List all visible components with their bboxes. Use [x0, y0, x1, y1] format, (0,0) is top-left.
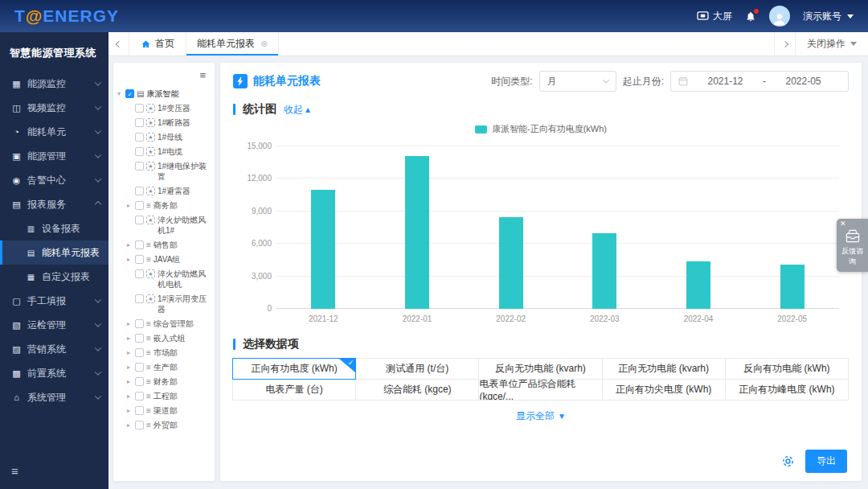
data-item-meter-unit-comprehensive[interactable]: 电表单位产品综合能耗 (kgce/...: [478, 379, 602, 401]
sidebar-item-video-monitor[interactable]: ◫视频监控: [0, 96, 108, 120]
tree-node[interactable]: ▸≡渠道部: [117, 403, 212, 417]
tree-checkbox[interactable]: [135, 201, 144, 210]
data-item-reverse-active-energy[interactable]: 反向有功电能 (kWh): [725, 358, 849, 380]
expander-closed-icon[interactable]: ▸: [127, 254, 135, 265]
settings-button[interactable]: [781, 454, 795, 468]
expander-closed-icon[interactable]: ▸: [127, 318, 135, 329]
tree-node[interactable]: ▸≡工程部: [117, 388, 212, 403]
expander-closed-icon[interactable]: ▸: [127, 347, 135, 358]
tree-checkbox[interactable]: [135, 319, 144, 328]
tree-node[interactable]: ★1#继电保护装置: [117, 158, 212, 183]
data-item-forward-active-energy[interactable]: 正向有功电度 (kWh)✓: [232, 358, 356, 380]
collapse-chart-button[interactable]: 收起▴: [284, 103, 310, 117]
expander-closed-icon[interactable]: ▸: [127, 405, 135, 416]
tree-checkbox[interactable]: [135, 118, 144, 127]
data-item-forward-active-sharp[interactable]: 正向有功尖电度 (kWh): [602, 379, 726, 401]
sidebar-item-energy-unit[interactable]: ◔能耗单元: [0, 120, 108, 144]
tree-checkbox[interactable]: [135, 363, 144, 372]
expander-closed-icon[interactable]: ▸: [127, 391, 135, 401]
tab-energy-unit-report[interactable]: 能耗单元报表 ⊗: [186, 32, 279, 55]
data-item-comprehensive-energy[interactable]: 综合能耗 (kgce): [355, 379, 479, 401]
sidebar-collapse-button[interactable]: ≡: [0, 456, 108, 489]
tab-home[interactable]: 首页: [129, 32, 186, 55]
range-start-value[interactable]: 2021-12: [688, 76, 763, 87]
tree-checkbox[interactable]: [135, 294, 144, 303]
tree-checkbox[interactable]: [135, 162, 144, 171]
tree-node[interactable]: ▸≡外贸部: [117, 417, 212, 432]
tree-node[interactable]: ▸≡商务部: [117, 198, 212, 212]
tree-checkbox[interactable]: [135, 104, 144, 113]
sidebar-item-device-report[interactable]: ▥设备报表: [0, 216, 108, 240]
tree-node[interactable]: ★1#断路器: [117, 115, 212, 129]
export-button[interactable]: 导出: [805, 450, 847, 473]
tree-checkbox[interactable]: [135, 421, 144, 429]
tree-node[interactable]: ★1#演示用变压器: [117, 291, 212, 316]
bar-2022-02[interactable]: [499, 217, 523, 309]
sidebar-item-energy-unit-report[interactable]: ▤能耗单元报表: [0, 240, 108, 265]
tree-checkbox[interactable]: [135, 216, 144, 224]
tree-checkbox[interactable]: [125, 89, 134, 98]
month-range-input[interactable]: 2021-12 - 2022-05: [670, 71, 849, 92]
close-operations-menu[interactable]: 关闭操作: [795, 32, 868, 55]
tree-node[interactable]: ★1#电缆: [117, 144, 212, 158]
tree-node[interactable]: ★1#母线: [117, 129, 212, 144]
tree-checkbox[interactable]: [135, 406, 144, 415]
sidebar-item-report-service[interactable]: ▤报表服务: [0, 192, 108, 216]
sidebar-item-energy-monitor[interactable]: ▦能源监控: [0, 72, 108, 96]
tree-node[interactable]: ▸≡生产部: [117, 360, 212, 374]
tree-checkbox[interactable]: [135, 133, 144, 142]
tab-close-icon[interactable]: ⊗: [260, 39, 268, 49]
close-icon[interactable]: ✕: [840, 220, 846, 228]
bar-2022-04[interactable]: [686, 261, 710, 309]
data-item-forward-active-peak[interactable]: 正向有功峰电度 (kWh): [725, 379, 849, 401]
sidebar-item-operation-inspect[interactable]: ▧运检管理: [0, 313, 108, 337]
sidebar-item-energy-mgmt[interactable]: ▣能源管理: [0, 144, 108, 168]
big-screen-button[interactable]: 大屏: [697, 10, 732, 23]
expander-closed-icon[interactable]: ▸: [127, 240, 135, 250]
tree-checkbox[interactable]: [135, 377, 144, 386]
sidebar-item-custom-report[interactable]: ▦自定义报表: [0, 265, 108, 289]
tree-node[interactable]: ★淬火炉助燃风机电机: [117, 266, 212, 291]
tree-node[interactable]: ▸≡嵌入式组: [117, 331, 212, 345]
tree-node[interactable]: ▸≡JAVA组: [117, 252, 212, 266]
notification-bell-button[interactable]: [745, 10, 756, 23]
tree-checkbox[interactable]: [135, 147, 144, 156]
tree-collapse-button[interactable]: ≡: [117, 68, 212, 86]
bar-2022-01[interactable]: [405, 156, 429, 309]
range-end-value[interactable]: 2022-05: [766, 76, 841, 87]
data-item-test-general[interactable]: 测试通用 (t/台): [355, 358, 479, 380]
bar-2021-12[interactable]: [311, 190, 335, 309]
expander-closed-icon[interactable]: ▸: [127, 420, 135, 430]
data-item-meter-output[interactable]: 电表产量 (台): [232, 379, 356, 401]
account-menu[interactable]: 演示账号: [803, 10, 854, 23]
tree-node[interactable]: ★1#避雷器: [117, 183, 212, 198]
expander-closed-icon[interactable]: ▸: [127, 200, 135, 211]
tree-node[interactable]: ▸≡市场部: [117, 345, 212, 360]
data-item-reverse-reactive-energy[interactable]: 反向无功电能 (kvarh): [478, 358, 602, 380]
tree-checkbox[interactable]: [135, 392, 144, 401]
tree-node[interactable]: ★1#变压器: [117, 101, 212, 115]
sidebar-item-alarm-center[interactable]: ◉告警中心: [0, 168, 108, 192]
tree-checkbox[interactable]: [135, 348, 144, 357]
show-all-button[interactable]: 显示全部▼: [233, 409, 849, 423]
tabs-scroll-right-button[interactable]: [774, 32, 795, 55]
expander-closed-icon[interactable]: ▸: [127, 333, 135, 343]
tree-node[interactable]: ▸≡综合管理部: [117, 316, 212, 331]
tree-node[interactable]: ★淬火炉助燃风机1#: [117, 212, 212, 237]
expander-closed-icon[interactable]: ▸: [127, 376, 135, 387]
time-type-select[interactable]: 月: [539, 71, 616, 92]
tree-node[interactable]: ▸≡销售部: [117, 237, 212, 252]
feedback-widget[interactable]: ✕ 反馈咨询: [837, 219, 868, 272]
sidebar-item-front-system[interactable]: ▩前置系统: [0, 361, 108, 385]
sidebar-item-marketing-system[interactable]: ▨营销系统: [0, 337, 108, 361]
data-item-forward-reactive-energy[interactable]: 正向无功电能 (kvarh): [602, 358, 726, 380]
chart-legend[interactable]: 康派智能-正向有功电度(kWh): [233, 123, 849, 135]
bar-2022-03[interactable]: [592, 233, 616, 309]
tree-checkbox[interactable]: [135, 187, 144, 195]
sidebar-item-system-mgmt[interactable]: ⌂系统管理: [0, 385, 108, 409]
tree-checkbox[interactable]: [135, 240, 144, 249]
tree-checkbox[interactable]: [135, 334, 144, 343]
tree-node[interactable]: ▾▤康派智能: [117, 86, 212, 101]
expander-open-icon[interactable]: ▾: [117, 88, 125, 99]
bar-2022-05[interactable]: [780, 265, 805, 309]
